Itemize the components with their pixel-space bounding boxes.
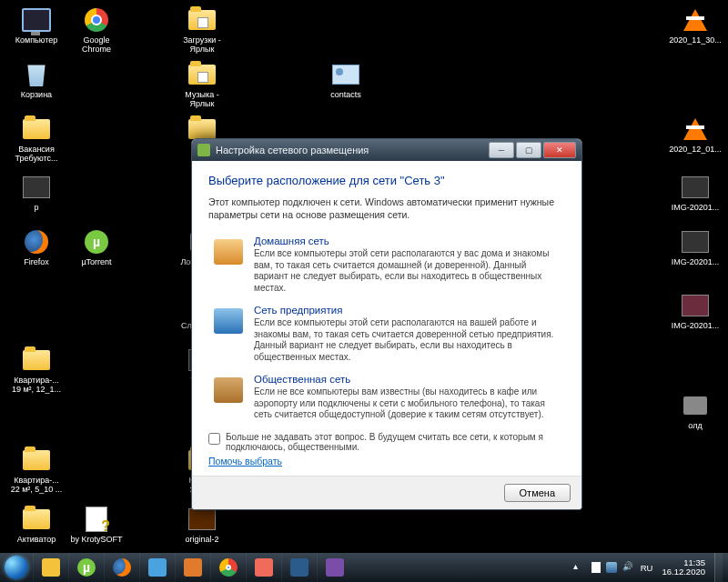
tray-action-center-icon[interactable] [592, 562, 601, 573]
tray-volume-icon[interactable]: 🔊 [622, 561, 635, 574]
option-desc: Если все компьютеры этой сети располагаю… [254, 317, 561, 363]
icon-label: IMG-20201... [672, 258, 720, 267]
recycle-bin-icon [25, 63, 47, 86]
desktop-icon-music[interactable]: Музыка - Ярлык [175, 60, 229, 109]
desktop-icon-firefox[interactable]: Firefox [9, 227, 64, 267]
folder-shortcut-icon [188, 65, 216, 85]
icon-label: Загрузки - Ярлык [176, 36, 228, 55]
desktop-icon-p[interactable]: р [9, 173, 64, 213]
desktop-icon-contacts[interactable]: contacts [318, 60, 373, 100]
desktop-icon-original2[interactable]: original-2 [175, 505, 229, 545]
icon-label: IMG-20201... [672, 322, 720, 331]
option-title: Общественная сеть [254, 374, 561, 385]
taskbar-utorrent[interactable] [68, 554, 104, 581]
windows-orb-icon [5, 556, 28, 579]
icon-label: Вакансия Требуютс... [10, 146, 63, 164]
taskbar-app2[interactable] [175, 554, 210, 581]
desktop-icon-kv2[interactable]: Квартира-... 22 м², 5_10 ... [9, 446, 64, 495]
close-button[interactable]: ✕ [543, 142, 576, 158]
folder-icon [188, 119, 216, 139]
folder-icon [23, 450, 50, 470]
desktop-icon-downloads[interactable]: Загрузки - Ярлык [175, 5, 229, 55]
icon-label: Музыка - Ярлык [176, 91, 228, 109]
folder-icon [23, 350, 50, 370]
icon-label: 2020_11_30... [669, 36, 722, 45]
desktop-icon-kroty[interactable]: by KrotySOFT [69, 505, 124, 545]
explorer-icon [42, 558, 60, 577]
taskbar: ▴ 🔊 RU 11:35 16.12.2020 [0, 553, 728, 582]
help-link[interactable]: Помочь выбрать [208, 456, 282, 467]
checkbox-label: Больше не задавать этот вопрос. В будуще… [226, 432, 565, 452]
tray-show-hidden-icon[interactable]: ▴ [573, 561, 586, 574]
minimize-button[interactable]: ─ [489, 142, 514, 158]
taskbar-app1[interactable] [139, 554, 175, 581]
desktop-icon-computer[interactable]: Компьютер [9, 5, 64, 45]
taskbar-app5[interactable] [317, 554, 352, 581]
icon-label: 2020_12_01... [669, 146, 722, 155]
contacts-icon [332, 65, 359, 85]
folder-icon [23, 509, 50, 529]
tray-network-icon[interactable] [606, 562, 617, 573]
taskbar-app3[interactable] [246, 554, 281, 581]
utorrent-icon [77, 558, 96, 577]
bench-icon [214, 377, 243, 403]
desktop-icon-utorrent[interactable]: µTorrent [69, 227, 124, 267]
taskbar-app4[interactable] [281, 554, 317, 581]
option-work-network[interactable]: Сеть предприятия Если все компьютеры это… [208, 299, 565, 368]
app-icon [255, 558, 273, 577]
icon-label: IMG-20201... [672, 204, 720, 213]
desktop-icon-kv1[interactable]: Квартира-... 19 м², 12_1... [9, 346, 64, 395]
image-icon [682, 176, 709, 198]
icon-label: Google Chrome [70, 36, 123, 55]
option-home-network[interactable]: Домашняя сеть Если все компьютеры этой с… [208, 230, 565, 299]
drive-icon [683, 396, 707, 415]
taskbar-explorer[interactable] [33, 554, 68, 581]
option-title: Домашняя сеть [254, 236, 561, 246]
desktop-icon-img3[interactable]: IMG-20201... [668, 291, 723, 331]
firefox-icon [25, 230, 48, 254]
computer-icon [22, 8, 51, 32]
icon-label: Корзина [21, 91, 52, 100]
desktop-icon-activator[interactable]: Активатор [9, 505, 64, 545]
desktop-icon-vlc2[interactable]: 2020_12_01... [668, 115, 723, 155]
image-icon [188, 508, 216, 530]
app-icon [290, 558, 308, 577]
desktop-icon-recycle-bin[interactable]: Корзина [9, 60, 64, 100]
option-public-network[interactable]: Общественная сеть Если не все компьютеры… [208, 368, 565, 426]
house-icon [214, 239, 243, 265]
desktop-icon-old[interactable]: олд [668, 391, 723, 431]
maximize-button[interactable]: ▢ [516, 142, 541, 158]
icon-label: Firefox [24, 258, 49, 267]
taskbar-chrome[interactable] [210, 554, 246, 581]
chrome-icon [219, 558, 238, 577]
dialog-titlebar[interactable]: Настройка сетевого размещения ─ ▢ ✕ [192, 139, 581, 161]
desktop-icon-vacancy[interactable]: Вакансия Требуютс... [9, 115, 64, 164]
firefox-icon [113, 558, 131, 577]
icon-label: Квартира-... 19 м², 12_1... [10, 376, 63, 395]
tray-date: 16.12.2020 [662, 567, 705, 577]
desktop-icon-img2[interactable]: IMG-20201... [668, 227, 723, 267]
dialog-heading: Выберите расположение для сети "Сеть 3" [208, 174, 565, 187]
desktop[interactable]: Компьютер Корзина Вакансия Требуютс... р… [0, 0, 728, 553]
icon-label: Активатор [17, 536, 56, 545]
dont-ask-checkbox-row[interactable]: Больше не задавать этот вопрос. В будуще… [208, 432, 565, 452]
icon-label: µTorrent [81, 258, 111, 267]
cancel-button[interactable]: Отмена [504, 484, 571, 502]
desktop-icon-chrome[interactable]: Google Chrome [69, 5, 124, 55]
taskbar-firefox[interactable] [104, 554, 139, 581]
desktop-icon-img1[interactable]: IMG-20201... [668, 173, 723, 213]
desktop-icon-vlc1[interactable]: 2020_11_30... [668, 5, 723, 45]
notepad-icon [86, 507, 107, 532]
vlc-icon [683, 118, 707, 140]
utorrent-icon [85, 230, 108, 254]
option-desc: Если не все компьютеры вам известны (вы … [254, 386, 561, 421]
icon-label: Компьютер [15, 36, 58, 45]
show-desktop-button[interactable] [714, 553, 723, 582]
app-icon [184, 558, 202, 577]
start-button[interactable] [0, 553, 33, 582]
tray-language[interactable]: RU [641, 563, 653, 573]
dont-ask-checkbox[interactable] [208, 433, 220, 445]
network-location-dialog: Настройка сетевого размещения ─ ▢ ✕ Выбе… [191, 138, 582, 510]
icon-label: олд [688, 422, 702, 431]
tray-clock[interactable]: 11:35 16.12.2020 [658, 558, 709, 577]
